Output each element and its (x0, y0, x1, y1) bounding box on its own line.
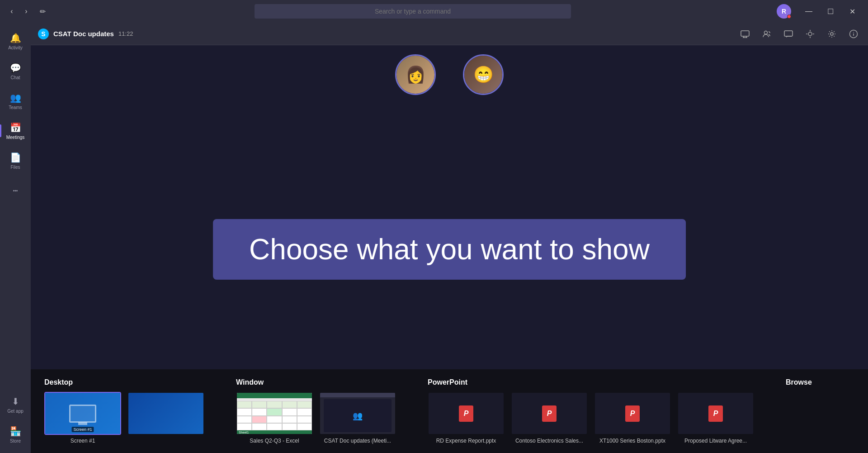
meeting-title-row: S CSAT Doc updates 11:22 (38, 29, 133, 39)
desktop-title: Desktop (44, 378, 204, 386)
sidebar-item-getapp[interactable]: ⬇ Get app (0, 390, 31, 420)
share-sections: Desktop Screen #1 Screen #1 (44, 378, 854, 444)
screen2-thumb[interactable] (127, 392, 204, 444)
minimize-button[interactable]: — (798, 4, 819, 19)
sidebar-bottom: ⬇ Get app 🏪 Store (0, 390, 31, 449)
sidebar-item-teams[interactable]: 👥 Teams (0, 86, 31, 116)
sidebar-label-files: Files (10, 165, 20, 170)
rd-expense-preview (428, 392, 505, 435)
share-options: Desktop Screen #1 Screen #1 (31, 369, 868, 453)
sidebar-label-activity: Activity (8, 45, 23, 50)
more-label: ••• (13, 188, 18, 193)
meeting-title: CSAT Doc updates (53, 30, 114, 38)
info-button[interactable] (846, 27, 861, 41)
proposed-thumb[interactable]: Proposed Litware Agree... (677, 392, 754, 444)
powerpoint-items: RD Expense Report.pptx Contoso Electroni… (428, 392, 754, 444)
desktop-section: Desktop Screen #1 Screen #1 (44, 378, 204, 444)
xt1000-preview (594, 392, 671, 435)
title-bar: ‹ › ✏ R — ☐ ✕ (0, 0, 868, 23)
settings-button[interactable] (825, 27, 839, 41)
avatar[interactable]: R (777, 4, 791, 19)
screen1-label: Screen #1 (44, 438, 121, 444)
sidebar-item-more[interactable]: ••• (0, 176, 31, 205)
excel-label: Sales Q2-Q3 - Excel (236, 438, 313, 444)
powerpoint-title: PowerPoint (428, 378, 754, 386)
window-section: Window (236, 378, 396, 444)
xt1000-thumb[interactable]: XT1000 Series Boston.pptx (594, 392, 671, 444)
desktop-items: Screen #1 Screen #1 (44, 392, 204, 444)
forward-button[interactable]: › (20, 5, 33, 18)
proposed-preview (677, 392, 754, 435)
screen1-preview: Screen #1 (44, 392, 121, 435)
chat-icon: 💬 (10, 62, 21, 73)
sidebar-item-store[interactable]: 🏪 Store (0, 420, 31, 449)
meeting-header: S CSAT Doc updates 11:22 (31, 23, 868, 45)
svg-rect-0 (741, 31, 749, 36)
status-dot (787, 14, 791, 19)
overlay-banner: Choose what you want to show (213, 219, 686, 280)
window-controls: — ☐ ✕ (798, 4, 863, 19)
sidebar: 🔔 Activity 💬 Chat 👥 Teams 📅 Meetings 📄 F… (0, 23, 31, 453)
contoso-thumb[interactable]: Contoso Electronics Sales... (511, 392, 588, 444)
effects-button[interactable] (803, 27, 817, 41)
skype-icon: S (38, 29, 49, 39)
meeting-time: 11:22 (118, 30, 133, 37)
screen2-preview (127, 392, 204, 435)
rd-expense-thumb[interactable]: RD Expense Report.pptx (428, 392, 505, 444)
excel-preview: Sheet1 (236, 392, 313, 435)
svg-rect-5 (784, 31, 793, 36)
window-items: Sheet1 Sales Q2-Q3 - Excel (236, 392, 396, 444)
participant-left: 👩 (395, 54, 436, 95)
sidebar-label-getapp: Get app (7, 409, 24, 414)
participant-right: 😁 (463, 54, 504, 95)
window-title: Window (236, 378, 396, 386)
svg-point-4 (764, 31, 768, 34)
sidebar-label-teams: Teams (9, 105, 22, 110)
rd-expense-label: RD Expense Report.pptx (428, 438, 505, 444)
store-icon: 🏪 (10, 426, 21, 437)
powerpoint-section: PowerPoint RD Expense Report.pptx (428, 378, 754, 444)
sidebar-item-files[interactable]: 📄 Files (0, 146, 31, 176)
svg-point-14 (853, 32, 854, 33)
svg-point-11 (830, 33, 833, 35)
contoso-preview (511, 392, 588, 435)
contoso-label: Contoso Electronics Sales... (511, 438, 588, 444)
proposed-label: Proposed Litware Agree... (677, 438, 754, 444)
screen-share-button[interactable] (738, 27, 752, 41)
sidebar-item-activity[interactable]: 🔔 Activity (0, 26, 31, 56)
activity-icon: 🔔 (10, 33, 21, 43)
svg-point-6 (808, 32, 812, 36)
sidebar-label-store: Store (10, 439, 21, 443)
teams-icon: 👥 (10, 92, 21, 103)
teams-label: CSAT Doc updates (Meeti... (319, 438, 396, 444)
nav-buttons: ‹ › (5, 5, 33, 18)
close-button[interactable]: ✕ (842, 4, 863, 19)
back-button[interactable]: ‹ (5, 5, 18, 18)
browse-title: Browse (786, 378, 863, 386)
getapp-icon: ⬇ (12, 396, 19, 407)
sidebar-label-chat: Chat (10, 75, 20, 80)
sidebar-item-chat[interactable]: 💬 Chat (0, 56, 31, 86)
xt1000-label: XT1000 Series Boston.pptx (594, 438, 671, 444)
video-area: 👩 😁 Choose what you want to show Desktop (31, 45, 868, 453)
participant-row: 👩 😁 (31, 54, 868, 95)
participants-button[interactable] (760, 27, 774, 41)
title-bar-left: ‹ › ✏ (5, 5, 49, 18)
maximize-button[interactable]: ☐ (820, 4, 841, 19)
content-area: S CSAT Doc updates 11:22 (31, 23, 868, 453)
meetings-icon: 📅 (10, 122, 21, 133)
teams-preview: 👥 (319, 392, 396, 435)
chat-button[interactable] (781, 27, 796, 41)
teams-thumb[interactable]: 👥 CSAT Doc updates (Meeti... (319, 392, 396, 444)
files-icon: 📄 (10, 152, 21, 163)
main-layout: 🔔 Activity 💬 Chat 👥 Teams 📅 Meetings 📄 F… (0, 23, 868, 453)
meeting-controls (738, 27, 861, 41)
excel-thumb[interactable]: Sheet1 Sales Q2-Q3 - Excel (236, 392, 313, 444)
sidebar-item-meetings[interactable]: 📅 Meetings (0, 116, 31, 146)
title-bar-right: R — ☐ ✕ (777, 4, 863, 19)
browse-section: Browse (786, 378, 863, 435)
edit-button[interactable]: ✏ (36, 5, 49, 18)
overlay-banner-text: Choose what you want to show (249, 233, 650, 266)
search-input[interactable] (255, 4, 571, 19)
screen1-thumb[interactable]: Screen #1 Screen #1 (44, 392, 121, 444)
